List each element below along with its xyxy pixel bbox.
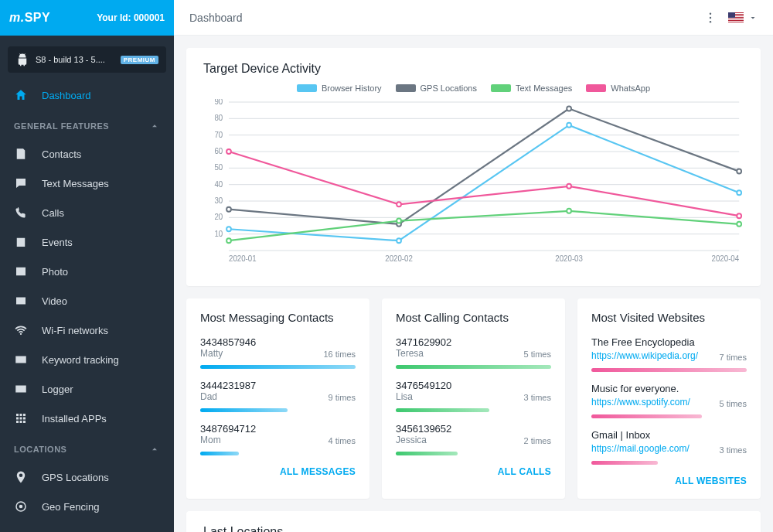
svg-text:2020-04: 2020-04 [712,254,740,263]
entry-count: 7 times [720,353,747,362]
calls-panel: Most Calling Contacts3471629902Teresa5 t… [382,298,565,499]
sidebar-item-gps-locations[interactable]: GPS Locations [0,462,174,492]
device-name: S8 - build 13 - 5.... [36,55,114,64]
sidebar-item-video[interactable]: Video [0,286,174,315]
sidebar-item-geo-fencing[interactable]: Geo Fencing [0,492,174,521]
websites-all-link[interactable]: ALL WEBSITES [591,476,747,486]
legend-item: Browser History [297,84,382,93]
svg-point-37 [397,219,401,223]
entry-count: 4 times [329,436,356,445]
sidebar-item-dashboard[interactable]: Dashboard [0,80,174,110]
event-icon [14,235,28,249]
svg-point-42 [567,184,571,189]
sidebar-item-label: Geo Fencing [42,501,99,513]
list-item: Gmail | Inboxhttps://mail.google.com/3 t… [591,429,747,465]
svg-text:2020-01: 2020-01 [229,254,257,263]
messages-all-link[interactable]: ALL MESSAGES [200,466,356,477]
legend-item: WhatsApp [586,84,650,93]
last-locations-card: Last Locations [186,511,761,532]
svg-text:80: 80 [214,114,223,122]
sidebar-item-label: Wi-Fi networks [42,325,108,336]
entry-count: 5 times [720,399,747,408]
sidebar-item-wi-fi-networks[interactable]: Wi-Fi networks [0,315,174,345]
entry-url[interactable]: https://mail.google.com/ [591,443,690,454]
kebab-menu-icon[interactable] [703,11,717,25]
list-item: 3471629902Teresa5 times [396,336,551,369]
sidebar-item-label: Photo [42,266,68,278]
entry-main: Gmail | Inbox [591,429,690,441]
progress-bar [200,408,288,412]
entry-count: 9 times [329,393,356,402]
svg-point-40 [226,149,231,154]
sidebar-item-label: Installed APPs [42,413,107,425]
svg-point-34 [567,107,571,111]
photo-icon [14,264,28,278]
language-selector[interactable] [728,12,758,23]
svg-text:20: 20 [214,213,223,221]
sidebar-item-text-messages[interactable]: Text Messages [0,169,174,198]
entry-sub: Teresa [396,348,451,359]
entry-sub: Matty [200,348,256,359]
sidebar-item-label: Dashboard [42,90,91,101]
svg-point-30 [567,123,571,128]
entry-url[interactable]: https://www.spotify.com/ [591,397,690,408]
sidebar-item-contacts[interactable]: Contacts [0,139,174,169]
svg-point-32 [226,207,231,212]
entry-main: 3434857946 [200,336,256,348]
list-item: 3456139652Jessica2 times [396,423,551,455]
sidebar-item-keyword-tracking[interactable]: Keyword tracking [0,345,174,374]
list-item: 3434857946Matty16 times [200,336,356,369]
entry-url[interactable]: https://www.wikipedia.org/ [591,350,698,361]
websites-panel: Most Visited WebsitesThe Free Encycloped… [577,298,761,499]
entry-count: 2 times [524,436,551,445]
progress-bar [591,368,747,372]
progress-bar [200,365,356,369]
sidebar-item-label: Keyword tracking [42,354,119,366]
home-icon [14,88,28,102]
wifi-icon [14,323,28,337]
activity-line-chart: 1020304050607080902020-012020-022020-032… [203,99,744,269]
entry-count: 3 times [720,445,747,455]
sidebar-item-installed-apps[interactable]: Installed APPs [0,404,174,433]
us-flag-icon [728,12,744,23]
entry-main: The Free Encyclopedia [591,336,698,348]
progress-bar [591,461,658,465]
entry-main: 3444231987 [200,380,256,391]
entry-main: 3476549120 [396,380,451,391]
panel-title: Most Calling Contacts [396,311,551,324]
card-title: Target Device Activity [203,62,744,76]
brand-bar: m.SPY Your Id: 000001 [0,0,174,36]
svg-point-36 [226,238,231,243]
sidebar-item-events[interactable]: Events [0,227,174,257]
call-icon [14,206,28,220]
svg-text:90: 90 [214,99,223,106]
list-item: 3444231987Dad9 times [200,380,356,412]
sidebar-item-label: Text Messages [42,178,109,189]
svg-text:2020-03: 2020-03 [555,254,583,263]
svg-point-41 [397,202,401,206]
progress-bar [200,452,239,455]
calls-all-link[interactable]: ALL CALLS [396,466,551,477]
video-icon [14,294,28,308]
list-item: The Free Encyclopediahttps://www.wikiped… [591,336,747,372]
svg-point-4 [710,21,711,22]
svg-point-38 [567,209,571,213]
sidebar-item-photo[interactable]: Photo [0,257,174,286]
panel-title: Most Messaging Contacts [200,311,356,324]
sidebar-item-label: Contacts [42,148,81,160]
contacts-icon [14,147,28,161]
sidebar-item-calls[interactable]: Calls [0,198,174,227]
entry-main: 3487694712 [200,423,256,435]
chevron-up-icon [149,121,160,131]
legend-item: GPS Locations [396,84,477,93]
svg-text:70: 70 [214,131,223,139]
list-item: 3476549120Lisa3 times [396,380,551,412]
section-header[interactable]: GENERAL FEATURES [0,110,174,139]
device-selector[interactable]: S8 - build 13 - 5.... PREMIUM [8,46,166,73]
sidebar-item-logger[interactable]: Logger [0,374,174,404]
svg-point-31 [737,190,741,195]
section-header[interactable]: LOCATIONS [0,433,174,462]
svg-point-1 [19,505,23,509]
svg-text:60: 60 [214,147,223,155]
list-item: 3487694712Mom4 times [200,423,356,455]
